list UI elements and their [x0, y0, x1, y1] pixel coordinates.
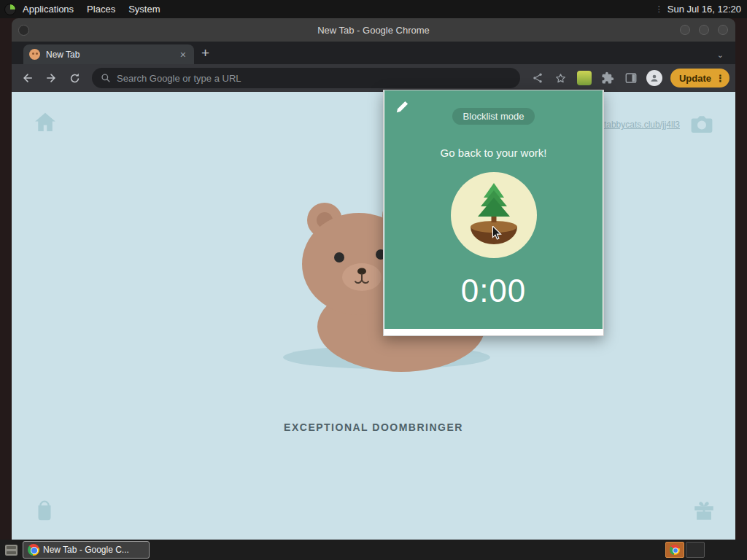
- cursor-pointer: [491, 226, 503, 241]
- menu-applications[interactable]: Applications: [16, 0, 80, 18]
- forest-popup-body: Blocklist mode Go back to your work! 0:0…: [384, 90, 603, 329]
- window-title: New Tab - Google Chrome: [12, 25, 735, 36]
- kebab-menu-icon[interactable]: ⋮: [716, 73, 725, 84]
- plant-circle-button[interactable]: [451, 172, 537, 258]
- new-tab-page: tabbycats.club/jj4ll3 EXCEPTIONAL DOOMBR…: [12, 92, 735, 540]
- window-titlebar[interactable]: New Tab - Google Chrome: [12, 18, 735, 42]
- minimize-button[interactable]: [680, 25, 690, 35]
- profile-avatar-button[interactable]: [644, 68, 665, 88]
- desktop-top-panel: Applications Places System ⋮ Sun Jul 16,…: [0, 0, 747, 18]
- photo-link[interactable]: tabbycats.club/jj4ll3: [604, 120, 680, 130]
- chrome-icon: [670, 545, 680, 555]
- tab-search-chevron-icon[interactable]: ⌄: [717, 50, 724, 60]
- chrome-icon: [28, 544, 39, 556]
- workspace-cell[interactable]: [686, 542, 705, 558]
- blocklist-mode-pill[interactable]: Blocklist mode: [452, 108, 535, 125]
- tabby-cat-favicon: [29, 49, 40, 60]
- tab-title: New Tab: [46, 50, 172, 60]
- tab-close-icon[interactable]: ×: [178, 49, 188, 61]
- workspace-cell-active[interactable]: [665, 542, 684, 558]
- forward-button[interactable]: [41, 68, 61, 88]
- timer-display: 0:00: [461, 273, 527, 309]
- new-tab-button[interactable]: +: [201, 45, 209, 61]
- gift-icon[interactable]: [692, 498, 716, 523]
- tab-strip: New Tab × + ⌄: [12, 42, 735, 64]
- menu-system[interactable]: System: [122, 0, 166, 18]
- menu-places[interactable]: Places: [80, 0, 122, 18]
- address-input[interactable]: [117, 73, 511, 84]
- chrome-window: New Tab - Google Chrome New Tab × + ⌄: [12, 18, 735, 540]
- taskbar-task-button[interactable]: New Tab - Google C...: [23, 541, 150, 559]
- home-icon[interactable]: [32, 109, 58, 136]
- bookmark-star-button[interactable]: [551, 68, 571, 88]
- panel-indicator-icon: ⋮: [655, 4, 663, 14]
- search-icon: [101, 73, 111, 83]
- share-button[interactable]: [527, 68, 548, 88]
- close-button[interactable]: [718, 25, 728, 35]
- panel-clock[interactable]: Sun Jul 16, 12:20: [667, 4, 741, 15]
- update-button[interactable]: Update ⋮: [670, 69, 729, 88]
- forest-popup: Blocklist mode Go back to your work! 0:0…: [383, 90, 604, 336]
- side-panel-button[interactable]: [621, 68, 641, 88]
- browser-toolbar: Update ⋮: [12, 64, 735, 92]
- tab-new-tab[interactable]: New Tab ×: [23, 44, 194, 64]
- forest-extension-icon[interactable]: [574, 68, 595, 88]
- cat-name: EXCEPTIONAL DOOMBRINGER: [12, 421, 735, 433]
- omnibox[interactable]: [92, 68, 520, 88]
- maximize-button[interactable]: [699, 25, 709, 35]
- avatar: [646, 70, 662, 86]
- taskbar-task-label: New Tab - Google C...: [43, 545, 129, 555]
- show-desktop-button[interactable]: [2, 541, 20, 559]
- camera-icon[interactable]: [689, 111, 715, 137]
- back-button[interactable]: [18, 68, 38, 88]
- shopping-bag-icon[interactable]: [32, 497, 57, 522]
- reload-button[interactable]: [64, 68, 85, 88]
- extensions-puzzle-button[interactable]: [597, 68, 618, 88]
- window-icon: [18, 25, 29, 36]
- distro-menu-icon[interactable]: [4, 4, 16, 15]
- update-label: Update: [679, 73, 711, 84]
- taskbar: New Tab - Google C...: [0, 540, 747, 560]
- workspace-switcher: [665, 542, 705, 558]
- edit-pencil-icon[interactable]: [394, 99, 410, 115]
- popup-message: Go back to your work!: [441, 147, 547, 159]
- drawer-icon: [5, 545, 18, 556]
